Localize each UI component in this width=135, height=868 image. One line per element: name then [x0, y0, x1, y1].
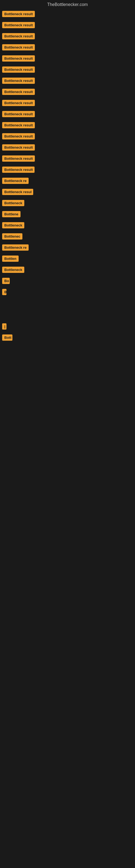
list-item: Bottleneck resul [2, 189, 135, 195]
bottleneck-result-label: Bottleneck result [2, 78, 35, 84]
list-item: Bottleneck [2, 222, 135, 228]
list-item-empty [0, 415, 135, 439]
list-item: Bottleneck [2, 267, 135, 273]
list-item-empty [0, 300, 135, 323]
list-item-empty [0, 439, 135, 462]
bottleneck-result-label: Bott [2, 335, 12, 341]
site-title: TheBottlenecker.com [0, 0, 135, 8]
bottleneck-result-label: Bottleneck result [2, 122, 35, 128]
bottleneck-result-label: Bottleneck re [2, 244, 29, 251]
bottleneck-result-label: Bo [2, 278, 10, 284]
bottleneck-result-label: Bottlene [2, 211, 20, 217]
bottleneck-result-label: Bottlenec [2, 233, 22, 240]
bottleneck-result-label: Bottleneck result [2, 22, 35, 28]
bottleneck-result-label: Bottleneck [2, 267, 24, 273]
list-item: Bottleneck result [2, 144, 135, 151]
list-item: Bottleneck re [2, 244, 135, 251]
bottleneck-result-label: B [2, 289, 6, 295]
bottleneck-result-label: Bottleneck result [2, 44, 35, 51]
list-item: Bottlenec [2, 233, 135, 240]
list-item: Bottleneck result [2, 11, 135, 17]
list-item: B [2, 289, 135, 295]
bottleneck-result-label: Bottleneck result [2, 66, 35, 73]
list-item: | [2, 323, 135, 330]
bottleneck-result-label: Bottleneck [2, 222, 24, 228]
bottleneck-result-label: Bottleneck result [2, 33, 35, 39]
bottleneck-result-label: Bottleneck result [2, 144, 35, 151]
list-item: Bottleneck result [2, 122, 135, 128]
list-item-empty [0, 486, 135, 509]
list-item-empty [0, 369, 135, 392]
list-item: Bottlen [2, 255, 135, 262]
list-item: Bottleneck result [2, 166, 135, 173]
bottleneck-result-label: Bottleneck re [2, 178, 29, 184]
list-item: Bott [2, 335, 135, 341]
list-item: Bottleneck [2, 200, 135, 206]
list-item: Bottleneck result [2, 55, 135, 62]
bottleneck-result-label: Bottleneck result [2, 133, 35, 140]
list-item: Bottleneck re [2, 178, 135, 184]
list-item: Bottleneck result [2, 22, 135, 28]
bottleneck-result-label: Bottleneck result [2, 111, 35, 117]
items-container: Bottleneck resultBottleneck resultBottle… [0, 8, 135, 509]
bottleneck-result-label: Bottleneck resul [2, 189, 33, 195]
list-item: Bo [2, 278, 135, 284]
list-item: Bottleneck result [2, 100, 135, 106]
list-item: Bottleneck result [2, 133, 135, 140]
list-item: Bottlene [2, 211, 135, 217]
bottleneck-result-label: Bottleneck result [2, 89, 35, 95]
bottleneck-result-label: Bottleneck [2, 200, 24, 206]
bottleneck-result-label: | [2, 323, 6, 330]
bottleneck-result-label: Bottleneck result [2, 11, 35, 17]
list-item-empty [0, 392, 135, 415]
list-item: Bottleneck result [2, 33, 135, 39]
list-item: Bottleneck result [2, 44, 135, 51]
bottleneck-result-label: Bottlen [2, 255, 18, 262]
bottleneck-result-label: Bottleneck result [2, 166, 35, 173]
bottleneck-result-label: Bottleneck result [2, 55, 35, 62]
list-item: Bottleneck result [2, 89, 135, 95]
list-item-empty [0, 346, 135, 369]
list-item: Bottleneck result [2, 78, 135, 84]
list-item: Bottleneck result [2, 111, 135, 117]
list-item-empty [0, 462, 135, 486]
bottleneck-result-label: Bottleneck result [2, 100, 35, 106]
list-item: Bottleneck result [2, 66, 135, 73]
list-item: Bottleneck result [2, 155, 135, 162]
bottleneck-result-label: Bottleneck result [2, 155, 35, 162]
